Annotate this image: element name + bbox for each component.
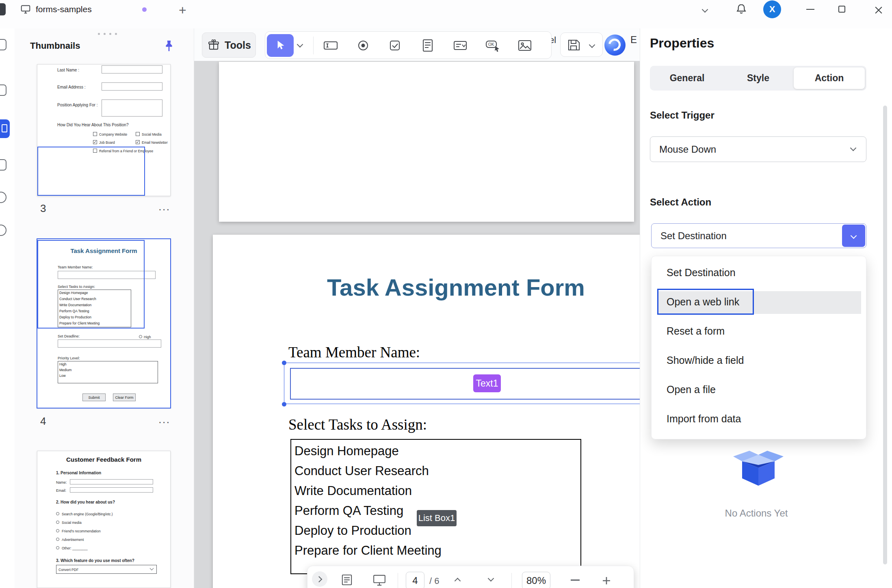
next-page-button[interactable] [489,575,493,582]
ai-assistant-button[interactable] [604,35,626,56]
empty-state-text: No Actions Yet [695,508,817,519]
list-box-tool[interactable] [418,36,437,55]
zoom-out-button[interactable] [571,579,580,581]
cursor-icon [274,39,287,52]
mini-checkbox [136,140,140,144]
trigger-select[interactable]: Mouse Down [650,136,866,162]
list-box-field[interactable]: Design Homepage Conduct User Research Wr… [290,439,581,574]
mini-checkbox-label: Email Newsletter [142,141,168,145]
select-action-label: Select Action [650,197,711,208]
image-field-tool[interactable] [515,36,535,55]
list-item[interactable]: Write Documentation [294,481,580,501]
sidebar-item-thumbnails[interactable] [0,119,10,138]
selection-handle[interactable] [282,361,286,365]
save-icon [565,37,582,53]
action-dropdown-button[interactable] [842,225,865,247]
left-rail [0,28,15,588]
mini-checkbox [93,132,97,136]
mini-checkbox [93,140,97,144]
document-heading: Task Assignment Form [327,274,585,301]
listbox-name-tag: List Box1 [417,510,457,526]
menu-icon[interactable] [0,39,6,50]
radio-button-tool[interactable] [353,36,373,55]
presentation-mode-icon[interactable] [372,572,387,588]
thumbnails-panel: Thumbnails Last Name : Email Address : P… [15,28,194,588]
chevron-down-icon [850,145,857,151]
close-button[interactable] [873,5,884,15]
mini-radio [56,538,59,541]
page-navigation-bar: 4 / 6 80% [307,566,634,588]
panel-scrollbar[interactable] [883,106,887,564]
mini-checkbox-label: Company Website [99,132,127,136]
collapse-toolbar-icon[interactable] [703,6,707,13]
menu-item-reset-form[interactable]: Reset a form [667,322,725,340]
app-icon [0,3,6,15]
reading-mode-icon[interactable] [339,572,355,588]
document-tab[interactable]: forms-samples [20,4,147,15]
select-tool-dropdown-icon[interactable] [297,41,303,48]
previous-page-button[interactable] [455,577,460,585]
thumbnail-page-5[interactable]: Customer Feedback Form 1. Personal Infor… [37,451,171,588]
menu-item-import-from-data[interactable]: Import from data [667,410,741,428]
gift-icon [207,38,221,52]
action-select[interactable]: Set Destination [651,223,866,248]
page-4: Task Assignment Form Team Member Name: T… [213,235,640,588]
list-item[interactable]: Conduct User Research [294,461,580,481]
new-tab-button[interactable]: + [179,4,186,16]
mini-radio-label: Friend's recommendation [62,529,101,533]
user-avatar[interactable]: X [763,0,781,18]
selection-handle[interactable] [282,402,286,406]
bookmark-icon[interactable] [0,159,6,171]
search-icon[interactable] [0,84,6,96]
text-form-field[interactable] [290,368,640,400]
panel-drag-handle[interactable] [98,29,121,37]
page-number-input[interactable]: 4 [406,572,424,588]
field-name-tag[interactable]: Text1 [473,374,501,392]
thumbnail-menu-button[interactable]: ... [158,204,170,210]
mini-section: 3. Which feature do you use most often? [56,558,134,563]
list-item[interactable]: Prepare for Client Meeting [294,540,580,560]
tab-general[interactable]: General [652,67,723,89]
mini-radio-label: Advertisement [62,538,84,542]
document-canvas: Task Assignment Form Team Member Name: T… [194,61,640,588]
tasks-label: Select Tasks to Assign: [288,416,427,433]
svg-text:OK: OK [488,42,494,47]
minimize-button[interactable] [806,9,814,10]
text-field-tool[interactable] [321,36,340,55]
zoom-level[interactable]: 80% [522,572,550,588]
maximize-button[interactable] [838,6,845,13]
pin-icon[interactable] [163,39,175,53]
tab-action[interactable]: Action [794,67,865,89]
save-button[interactable] [565,37,582,53]
thumbnails-icon [2,124,7,132]
list-item[interactable]: Design Homepage [294,441,580,461]
page-number: 3 [40,202,46,215]
mini-radio [56,521,59,524]
trigger-value: Mouse Down [659,144,716,155]
menu-item-set-destination[interactable]: Set Destination [667,264,736,281]
tab-style[interactable]: Style [723,67,794,89]
zoom-in-button[interactable] [601,575,612,586]
select-tool-button[interactable] [267,34,294,57]
mini-radio [56,512,59,515]
push-button-tool[interactable]: OK [483,36,502,55]
form-tools-group: OK [265,31,552,59]
checkbox-tool[interactable] [385,36,405,55]
action-dropdown-menu: Set Destination Open a web link Reset a … [651,256,866,439]
mini-label: Name: [56,480,67,484]
expand-bar-button[interactable] [312,571,327,587]
thumbnails-panel-title: Thumbnails [30,41,80,51]
thumbnail-menu-button[interactable]: ... [158,417,170,422]
mini-radio-label: Other: ________ [62,546,88,550]
menu-item-open-web-link[interactable]: Open a web link [667,293,739,311]
history-icon[interactable] [0,225,6,236]
save-dropdown-icon[interactable] [589,42,595,48]
tab-title: forms-samples [36,4,92,14]
comment-icon[interactable] [0,192,6,203]
tools-button[interactable]: Tools [202,32,256,58]
notification-bell-icon[interactable] [735,2,748,15]
page-3-bottom [219,62,634,222]
combo-box-tool[interactable] [450,36,470,55]
menu-item-open-file[interactable]: Open a file [667,380,716,398]
menu-item-show-hide-field[interactable]: Show/hide a field [667,351,744,369]
